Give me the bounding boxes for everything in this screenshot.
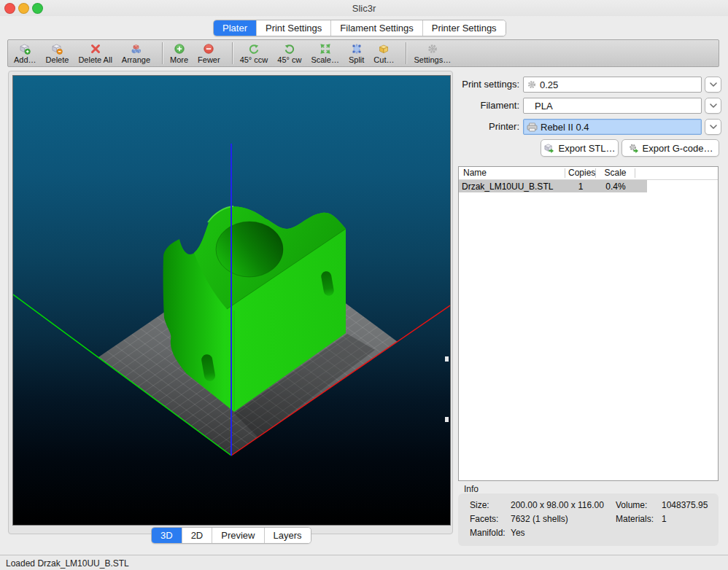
arrange-icon <box>130 43 142 55</box>
volume-value: 1048375.95 <box>662 500 708 510</box>
delete-box-icon <box>51 43 63 55</box>
arrange-button[interactable]: Arrange <box>122 43 150 64</box>
add-box-icon <box>19 43 31 55</box>
printer-label: Printer: <box>454 119 519 135</box>
rotate-ccw-button[interactable]: 45° ccw <box>240 43 268 64</box>
split-icon <box>351 43 363 55</box>
more-button[interactable]: More <box>170 43 188 64</box>
tab-filament-settings[interactable]: Filament Settings <box>331 20 422 36</box>
arrange-label: Arrange <box>122 55 150 64</box>
cut-label: Cut… <box>373 55 394 64</box>
size-label: Size: <box>470 500 489 510</box>
printer-dropdown-button[interactable] <box>705 119 721 135</box>
export-gcode-icon <box>628 143 639 154</box>
3d-viewport-canvas[interactable] <box>12 75 451 526</box>
right-sidebar: Print settings: 0.25 Filament: PLA <box>454 75 724 549</box>
rotate-cw-button[interactable]: 45° cw <box>277 43 301 64</box>
facets-label: Facets: <box>470 514 498 524</box>
size-value: 200.00 x 98.00 x 116.00 <box>511 500 604 510</box>
filament-dropdown-button[interactable] <box>705 98 721 114</box>
materials-label: Materials: <box>616 514 654 524</box>
main-tab-bar: Plater Print Settings Filament Settings … <box>213 20 506 36</box>
printer-combo[interactable]: Rebel II 0.4 <box>523 119 702 135</box>
table-row-selected[interactable]: Drzak_LM10UU_B.STL 1 0.4% <box>459 180 647 192</box>
print-settings-dropdown-button[interactable] <box>705 77 721 93</box>
viewport-edge-mark <box>445 356 449 362</box>
toolbar-separator <box>232 42 233 64</box>
volume-label: Volume: <box>616 500 647 510</box>
printer-value: Rebel II 0.4 <box>541 122 589 133</box>
facets-value: 7632 (1 shells) <box>511 514 568 524</box>
tab-printer-settings[interactable]: Printer Settings <box>423 20 506 36</box>
chevron-down-icon <box>710 82 717 87</box>
cut-icon <box>378 43 390 55</box>
status-bar: Loaded Drzak_LM10UU_B.STL <box>0 555 728 570</box>
manifold-value: Yes <box>511 528 525 538</box>
info-box: Size: 200.00 x 98.00 x 116.00 Volume: 10… <box>458 493 719 546</box>
scale-label: Scale… <box>311 55 339 64</box>
plater-toolbar: Add… Delete Delete All Ar <box>7 39 719 67</box>
slic3r-window: { "window": { "title": "Slic3r" }, "traf… <box>0 0 728 570</box>
toolbar-separator <box>162 42 163 64</box>
filament-label: Filament: <box>454 98 519 114</box>
title-bar: Slic3r <box>0 0 728 16</box>
settings-label: Settings… <box>414 55 451 64</box>
tab-2d[interactable]: 2D <box>182 528 213 543</box>
print-settings-label: Print settings: <box>454 77 519 93</box>
view-mode-tab-bar: 3D 2D Preview Layers <box>151 527 311 544</box>
rotate-ccw-label: 45° ccw <box>240 55 268 64</box>
chevron-down-icon <box>710 125 717 129</box>
export-stl-button[interactable]: Export STL… <box>541 139 619 157</box>
column-header-copies[interactable]: Copies <box>565 168 596 178</box>
split-label: Split <box>349 55 364 64</box>
tab-print-settings[interactable]: Print Settings <box>257 20 331 36</box>
materials-value: 1 <box>662 514 667 524</box>
print-settings-combo[interactable]: 0.25 <box>523 77 702 93</box>
rotate-cw-label: 45° cw <box>277 55 301 64</box>
print-settings-value: 0.25 <box>540 79 558 90</box>
scale-icon <box>320 43 331 55</box>
rotate-ccw-icon <box>248 43 260 55</box>
axes <box>13 144 450 456</box>
fewer-label: Fewer <box>198 55 220 64</box>
window-title: Slic3r <box>0 3 728 14</box>
tab-layers[interactable]: Layers <box>265 528 311 543</box>
fewer-icon <box>203 43 214 55</box>
filament-combo[interactable]: PLA <box>523 98 702 114</box>
delete-button[interactable]: Delete <box>46 43 69 64</box>
add-button[interactable]: Add… <box>14 43 36 64</box>
delete-all-icon <box>90 43 101 55</box>
info-section-title: Info <box>464 484 479 494</box>
chevron-down-icon <box>710 104 717 108</box>
filament-value: PLA <box>535 101 553 112</box>
split-button[interactable]: Split <box>349 43 364 64</box>
more-label: More <box>170 55 188 64</box>
status-message: Loaded Drzak_LM10UU_B.STL <box>6 558 129 569</box>
tab-preview[interactable]: Preview <box>212 528 264 543</box>
delete-all-button[interactable]: Delete All <box>78 43 112 64</box>
column-header-scale[interactable]: Scale <box>596 168 635 178</box>
printer-icon <box>527 122 538 132</box>
cut-button[interactable]: Cut… <box>373 43 394 64</box>
delete-label: Delete <box>46 55 69 64</box>
object-list-header: Name Copies Scale <box>459 167 718 180</box>
export-stl-label: Export STL… <box>558 143 615 154</box>
column-header-name[interactable]: Name <box>459 168 565 178</box>
export-gcode-button[interactable]: Export G-code… <box>621 139 719 157</box>
object-list-table: Name Copies Scale Drzak_LM10UU_B.STL 1 0… <box>458 166 719 481</box>
export-stl-icon <box>543 143 554 154</box>
viewport-edge-mark <box>445 417 449 422</box>
toolbar-separator <box>406 42 406 64</box>
fewer-button[interactable]: Fewer <box>198 43 220 64</box>
add-label: Add… <box>14 55 36 64</box>
settings-gear-icon <box>427 43 438 55</box>
3d-scene <box>13 76 450 525</box>
delete-all-label: Delete All <box>78 55 112 64</box>
settings-button[interactable]: Settings… <box>414 43 451 64</box>
tab-3d[interactable]: 3D <box>152 528 182 543</box>
cell-name: Drzak_LM10UU_B.STL <box>459 181 565 192</box>
tab-plater[interactable]: Plater <box>214 20 257 36</box>
scale-button[interactable]: Scale… <box>311 43 339 64</box>
cell-copies: 1 <box>565 181 596 192</box>
rotate-cw-icon <box>284 43 295 55</box>
